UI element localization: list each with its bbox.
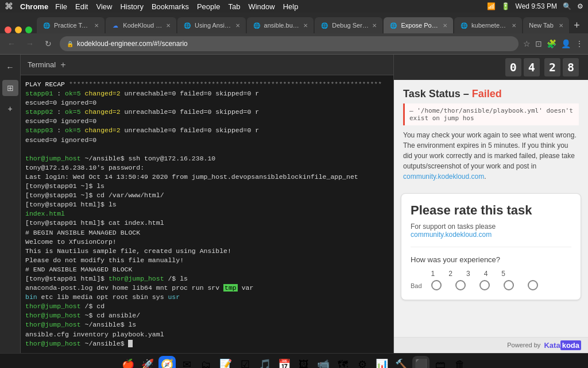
rating-radio-3[interactable] xyxy=(479,280,490,290)
dock-facetime[interactable]: 📹 xyxy=(315,356,332,368)
maximize-window-button[interactable] xyxy=(25,26,32,33)
terminal-new-tab-button[interactable]: + xyxy=(60,60,65,70)
tab-favicon-5: 🌐 xyxy=(320,21,328,29)
tab-practice-test[interactable]: 🌐 Practice Test - T... ✕ xyxy=(37,17,105,33)
rating-radio-1[interactable] xyxy=(431,280,442,290)
dock-files[interactable]: 🗂 xyxy=(198,356,215,368)
dock-photos[interactable]: 🖼 xyxy=(295,356,312,368)
dock-maps[interactable]: 🗺 xyxy=(334,356,351,368)
dock-notes[interactable]: 📝 xyxy=(217,356,234,368)
sidebar-grid-icon[interactable]: ⊞ xyxy=(2,80,18,96)
tab-close-7[interactable]: ✕ xyxy=(512,22,516,29)
dock-xcode[interactable]: 🔨 xyxy=(393,356,410,368)
menu-people[interactable]: People xyxy=(197,2,220,11)
url-text: kodekloud-engineer.com/#!/scenario xyxy=(77,40,188,48)
rating-radio-2[interactable] xyxy=(455,280,466,290)
task-status-title: Task Status – Failed xyxy=(403,88,579,100)
tab-close-1[interactable]: ✕ xyxy=(94,22,99,29)
tab-ansible-bl[interactable]: 🌐 Using Ansible bl... ✕ xyxy=(177,17,246,33)
rating-circles xyxy=(431,280,538,290)
profile-icon[interactable]: 👤 xyxy=(561,39,571,48)
terminal-panel: Terminal + PLAY RECAP ******************… xyxy=(21,55,394,353)
extensions-icon[interactable]: 🧩 xyxy=(547,39,556,48)
menu-history[interactable]: History xyxy=(120,2,143,11)
sidebar-nav-icon[interactable]: ← xyxy=(2,59,18,75)
tab-favicon-7: 🌐 xyxy=(460,21,468,29)
rating-widget: Bad 1 2 3 4 5 xyxy=(411,270,571,290)
community-link[interactable]: community.kodekloud.com xyxy=(403,172,484,181)
dock-safari[interactable]: 🧭 xyxy=(158,356,176,368)
dock-reminders[interactable]: ☑ xyxy=(237,356,254,368)
menu-file[interactable]: File xyxy=(55,2,67,11)
tab-label-7: kubernetes - Ku... xyxy=(471,22,508,29)
rating-numbers: 1 2 3 4 5 xyxy=(431,270,538,278)
sidebar-plus-icon[interactable]: + xyxy=(2,101,18,117)
app-name[interactable]: Chrome xyxy=(20,2,48,11)
tab-close-2[interactable]: ✕ xyxy=(166,22,171,29)
menu-window[interactable]: Window xyxy=(248,2,274,11)
tab-debug-services[interactable]: 🌐 Debug Services... ✕ xyxy=(315,17,382,33)
control-icon[interactable]: ⚙ xyxy=(577,2,583,10)
menu-dots-icon[interactable]: ⋮ xyxy=(575,39,583,48)
tab-close-6[interactable]: ✕ xyxy=(443,22,447,29)
screenshot-icon[interactable]: ⊡ xyxy=(535,39,542,48)
menu-bookmarks[interactable]: Bookmarks xyxy=(152,2,189,11)
dock-launchpad[interactable]: 🚀 xyxy=(139,356,156,368)
forward-button[interactable]: → xyxy=(23,37,37,51)
tab-bar: 🌐 Practice Test - T... ✕ ☁ KodeKloud - E… xyxy=(0,13,588,33)
tab-close-5[interactable]: ✕ xyxy=(372,22,377,29)
back-button[interactable]: ← xyxy=(5,37,18,51)
dock-calendar[interactable]: 📅 xyxy=(276,356,293,368)
rate-support-link[interactable]: community.kodekloud.com xyxy=(411,231,492,239)
tab-favicon-2: ☁ xyxy=(111,21,119,29)
tab-new-tab[interactable]: New Tab ✕ xyxy=(523,17,569,33)
dock-terminal[interactable]: ⬛ xyxy=(412,356,430,368)
bookmark-star-icon[interactable]: ☆ xyxy=(523,39,531,48)
apple-menu-icon[interactable]: ⌘ xyxy=(5,1,13,12)
url-bar[interactable]: 🔒 kodekloud-engineer.com/#!/scenario xyxy=(60,36,519,51)
rating-radio-4[interactable] xyxy=(504,280,514,290)
tab-label-5: Debug Services... xyxy=(332,22,369,29)
menu-tab[interactable]: Tab xyxy=(228,2,240,11)
terminal-body[interactable]: PLAY RECAP *****************************… xyxy=(21,75,393,353)
tab-label-4: ansible.builtin.b... xyxy=(264,22,300,29)
tab-label-6: Expose Pod Info... xyxy=(401,22,439,29)
tab-kodekloud-eng[interactable]: ☁ KodeKloud - Eng... ✕ xyxy=(106,17,176,33)
tab-favicon-3: 🌐 xyxy=(183,21,191,29)
tab-close-8[interactable]: ✕ xyxy=(559,22,563,29)
tab-expose-pod[interactable]: 🌐 Expose Pod Info... ✕ xyxy=(384,17,453,33)
task-status-section: Task Status – Failed – '/home/thor/ansib… xyxy=(394,80,588,187)
reload-button[interactable]: ↻ xyxy=(41,37,55,51)
address-bar: ← → ↻ 🔒 kodekloud-engineer.com/#!/scenar… xyxy=(0,33,588,54)
menu-view[interactable]: View xyxy=(96,2,112,11)
terminal-header: Terminal + xyxy=(21,55,393,75)
timer-digit-3: 2 xyxy=(544,58,560,76)
tab-kubernetes[interactable]: 🌐 kubernetes - Ku... ✕ xyxy=(454,17,522,33)
terminal-output: PLAY RECAP *****************************… xyxy=(25,80,389,348)
tab-label-1: Practice Test - T... xyxy=(54,22,91,29)
timer-digit-1: 0 xyxy=(505,58,521,76)
rating-num-5: 5 xyxy=(501,270,505,278)
spotlight-icon[interactable]: 🔍 xyxy=(563,2,571,10)
dock-music[interactable]: 🎵 xyxy=(256,356,273,368)
new-tab-button[interactable]: + xyxy=(570,17,583,33)
menu-help[interactable]: Help xyxy=(283,2,299,11)
katacoda-logo: Katakoda xyxy=(544,341,581,350)
dock-settings[interactable]: ⚙ xyxy=(354,356,371,368)
close-window-button[interactable] xyxy=(5,26,11,33)
dock-finder2[interactable]: 🗃 xyxy=(432,356,449,368)
dock-trash[interactable]: 🗑 xyxy=(451,356,469,368)
menu-edit[interactable]: Edit xyxy=(75,2,88,11)
tab-close-4[interactable]: ✕ xyxy=(303,22,308,29)
dock-finder[interactable]: 🍎 xyxy=(119,356,137,368)
timer-digit-2: 4 xyxy=(524,58,540,76)
menubar-right: 📶 🔋 Wed 9:53 PM 🔍 ⚙ xyxy=(487,2,583,10)
tab-close-3[interactable]: ✕ xyxy=(235,22,240,29)
minimize-window-button[interactable] xyxy=(15,26,22,33)
dock-mail[interactable]: ✉ xyxy=(178,356,195,368)
task-status-badge: Failed xyxy=(472,88,502,99)
dock-numbers[interactable]: 📊 xyxy=(373,356,390,368)
rating-radio-5[interactable] xyxy=(528,280,538,290)
rate-title: Please rate this task xyxy=(411,203,571,218)
tab-ansible-builtin[interactable]: 🌐 ansible.builtin.b... ✕ xyxy=(247,17,314,33)
